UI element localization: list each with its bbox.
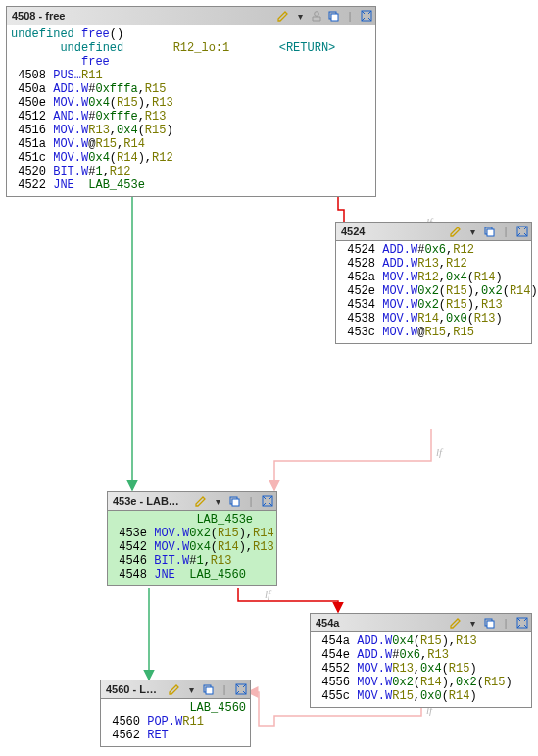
- fit-icon[interactable]: [261, 494, 274, 508]
- divider: |: [499, 616, 513, 630]
- restore-icon[interactable]: [227, 494, 241, 508]
- fit-icon[interactable]: [515, 616, 529, 630]
- block-454a[interactable]: 454a ▾ | 454a ADD.W0x4(R15),R13 454e ADD…: [310, 613, 532, 708]
- edit-icon[interactable]: [449, 616, 463, 630]
- dropdown-icon[interactable]: ▾: [465, 225, 479, 238]
- restore-icon[interactable]: [201, 682, 215, 696]
- block-4524[interactable]: 4524 ▾ | 4524 ADD.W#0x6,R12 4528 ADD.WR1…: [335, 222, 532, 344]
- edit-icon[interactable]: [276, 9, 290, 23]
- edit-icon[interactable]: [194, 494, 208, 508]
- fit-icon[interactable]: [360, 9, 373, 23]
- dropdown-icon[interactable]: ▾: [211, 494, 224, 508]
- block-title: 454a: [313, 617, 449, 629]
- edit-icon[interactable]: [449, 225, 463, 238]
- edit-icon[interactable]: [168, 682, 181, 696]
- block-content: 454a ADD.W0x4(R15),R13 454e ADD.W#0x6,R1…: [311, 632, 531, 707]
- block-content: LAB_4560 4560 POP.WR11 4562 RET: [101, 699, 250, 746]
- block-titlebar[interactable]: 4508 - free ▾ |: [7, 7, 375, 25]
- block-453e[interactable]: 453e - LAB… ▾ | LAB_453e 453e MOV.W0x2(R…: [107, 491, 277, 586]
- fit-icon[interactable]: [234, 682, 248, 696]
- block-titlebar[interactable]: 453e - LAB… ▾ |: [108, 492, 276, 511]
- svg-rect-11: [487, 621, 494, 628]
- block-title: 453e - LAB…: [110, 495, 194, 507]
- edge-label: lf: [436, 446, 442, 458]
- block-content: 4524 ADD.W#0x6,R12 4528 ADD.WR13,R12 452…: [336, 241, 531, 343]
- restore-icon[interactable]: [326, 9, 340, 23]
- block-4508[interactable]: 4508 - free ▾ | undefined free() undefin…: [6, 6, 376, 197]
- svg-rect-2: [331, 14, 338, 21]
- divider: |: [218, 682, 231, 696]
- block-title: 4560 - L…: [103, 683, 168, 695]
- svg-rect-5: [487, 229, 494, 236]
- block-titlebar[interactable]: 4524 ▾ |: [336, 223, 531, 241]
- dropdown-icon[interactable]: ▾: [184, 682, 198, 696]
- lock-icon[interactable]: [310, 9, 323, 23]
- block-title: 4508 - free: [9, 10, 276, 22]
- divider: |: [499, 225, 513, 238]
- svg-point-0: [315, 12, 319, 17]
- edge-label: lf: [265, 588, 270, 600]
- block-content: LAB_453e 453e MOV.W0x2(R15),R14 4542 MOV…: [108, 511, 276, 585]
- block-title: 4524: [338, 226, 449, 237]
- svg-rect-8: [232, 499, 239, 506]
- block-titlebar[interactable]: 4560 - L… ▾ |: [101, 680, 250, 699]
- block-4560[interactable]: 4560 - L… ▾ | LAB_4560 4560 POP.WR11 456…: [100, 680, 251, 747]
- restore-icon[interactable]: [482, 225, 496, 238]
- divider: |: [244, 494, 258, 508]
- restore-icon[interactable]: [482, 616, 496, 630]
- block-titlebar[interactable]: 454a ▾ |: [311, 614, 531, 632]
- dropdown-icon[interactable]: ▾: [293, 9, 307, 23]
- dropdown-icon[interactable]: ▾: [465, 616, 479, 630]
- fit-icon[interactable]: [515, 225, 529, 238]
- block-content: undefined free() undefined R12_lo:1 <RET…: [7, 25, 375, 196]
- svg-rect-14: [206, 687, 213, 694]
- divider: |: [343, 9, 357, 23]
